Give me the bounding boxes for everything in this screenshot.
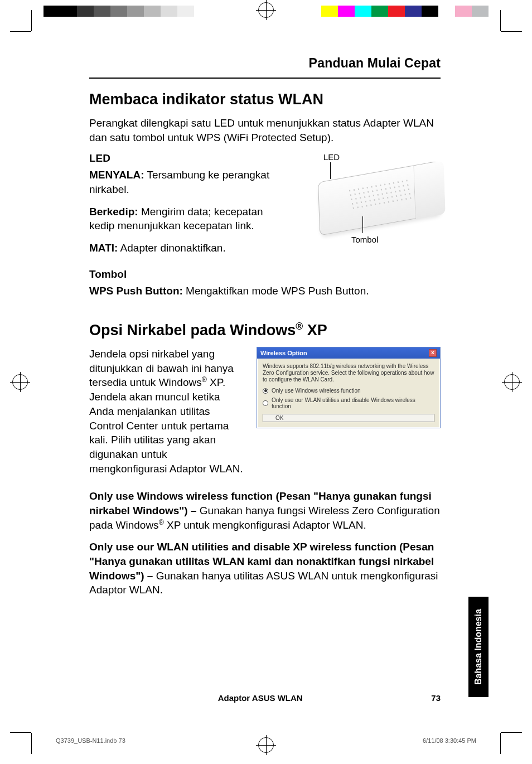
- crop-mark: [31, 733, 32, 754]
- section-heading-wlan-status: Membaca indikator status WLAN: [89, 91, 441, 108]
- section-heading-wireless-options: Opsi Nirkabel pada Windows® XP: [89, 321, 441, 339]
- wps-line: WPS Push Button: Mengaktifkan mode WPS P…: [89, 284, 441, 298]
- print-job-footer: Q3739_USB-N11.indb 73 6/11/08 3:30:45 PM: [56, 737, 476, 744]
- device-body: [318, 161, 441, 236]
- h1b-suf: XP: [303, 322, 327, 339]
- crop-mark: [31, 10, 32, 31]
- led-heading: LED: [89, 152, 284, 165]
- crop-mark: [10, 732, 31, 733]
- guide-title: Panduan Mulai Cepat: [89, 56, 441, 71]
- intro-b: Jendela opsi nirkabel yang ditunjukkan d…: [89, 347, 245, 476]
- ok-button[interactable]: OK: [263, 414, 434, 422]
- print-footer-right: 6/11/08 3:30:45 PM: [423, 737, 476, 744]
- callout-led-label: LED: [323, 152, 340, 162]
- wireless-option-dialog: Wireless Option × Windows supports 802.1…: [257, 347, 441, 428]
- registration-mark-icon: [258, 2, 274, 18]
- led-on-line: MENYALA: Tersambung ke perangkat nirkabe…: [89, 168, 284, 196]
- dialog-desc: Windows supports 802.11b/g wireless netw…: [263, 363, 434, 383]
- close-icon[interactable]: ×: [429, 349, 437, 357]
- divider: [89, 78, 441, 79]
- language-tab: Bahasa Indonesia: [468, 597, 489, 697]
- device-illustration: LED Tombol: [296, 152, 441, 253]
- wps-label: WPS Push Button:: [89, 285, 183, 297]
- device-vent-dots: [347, 178, 412, 211]
- page-content: Panduan Mulai Cepat Membaca indikator st…: [89, 56, 441, 605]
- radio-icon: [263, 388, 268, 394]
- dialog-body: Windows supports 802.11b/g wireless netw…: [257, 359, 440, 428]
- callout-line: [362, 216, 363, 233]
- option1-paragraph: Only use Windows wireless function (Pesa…: [89, 489, 441, 532]
- gray-calibration-bars: [43, 6, 211, 17]
- led-off-line: MATI: Adapter dinonaktifkan.: [89, 241, 284, 255]
- dialog-title-text: Wireless Option: [260, 350, 307, 356]
- dialog-titlebar: Wireless Option ×: [257, 347, 440, 359]
- crop-mark: [500, 10, 501, 31]
- intro-text: Perangkat dilengkapi satu LED untuk menu…: [89, 116, 441, 144]
- registered-symbol: ®: [296, 321, 303, 332]
- h1b-pre: Opsi Nirkabel pada Windows: [89, 322, 296, 339]
- radio-option-wlan-utilities[interactable]: Only use our WLAN utilities and disable …: [263, 397, 434, 409]
- crop-mark: [501, 31, 522, 32]
- intro-b-suf: XP. Jendela akan muncul ketika Anda menj…: [89, 377, 243, 475]
- footer-center: Adaptor ASUS WLAN: [218, 693, 303, 703]
- led-blink-label: Berkedip:: [89, 206, 138, 217]
- print-footer-left: Q3739_USB-N11.indb 73: [56, 737, 125, 744]
- crop-mark: [501, 732, 522, 733]
- color-calibration-bars: [321, 6, 489, 17]
- registered-symbol: ®: [159, 519, 164, 526]
- callout-button-label: Tombol: [351, 235, 378, 244]
- device-cap: [413, 161, 446, 219]
- footer-page-number: 73: [431, 693, 441, 703]
- callout-line: [330, 162, 331, 179]
- radio-option-windows-only[interactable]: Only use Windows wireless function: [263, 388, 434, 394]
- crop-mark: [500, 733, 501, 754]
- crop-mark: [10, 31, 31, 32]
- led-off-text: Adapter dinonaktifkan.: [118, 242, 225, 254]
- page-footer: Adaptor ASUS WLAN 73: [89, 693, 441, 703]
- radio-icon: [263, 400, 268, 406]
- wps-text: Mengaktifkan mode WPS Push Button.: [183, 285, 369, 297]
- button-heading: Tombol: [89, 268, 441, 281]
- led-off-label: MATI:: [89, 242, 118, 254]
- registration-mark-icon: [504, 374, 520, 390]
- registered-symbol: ®: [202, 376, 207, 384]
- registration-mark-icon: [12, 374, 28, 390]
- option2-paragraph: Only use our WLAN utilities and disable …: [89, 540, 441, 597]
- led-blink-line: Berkedip: Mengirim data; kecepatan kedip…: [89, 205, 284, 233]
- radio-label-1: Only use Windows wireless function: [272, 388, 361, 394]
- led-on-label: MENYALA:: [89, 169, 144, 181]
- option1-suf: XP untuk mengkonfigurasi Adaptor WLAN.: [164, 519, 366, 531]
- radio-label-2: Only use our WLAN utilities and disable …: [272, 397, 434, 409]
